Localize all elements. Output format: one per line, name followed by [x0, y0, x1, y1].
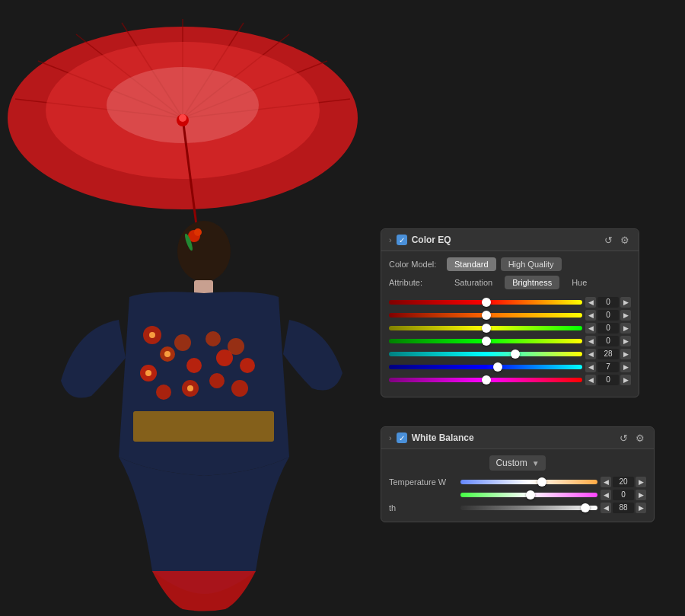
color-model-label: Color Model:: [389, 260, 442, 269]
color-eq-panel: › ✓ Color EQ ↺ ⚙ Color Model: Standard H…: [381, 228, 639, 397]
attr-hue-btn[interactable]: Hue: [564, 276, 594, 289]
wb-temp-row: Temperature W ◀ 20 ▶: [389, 477, 646, 487]
val-temp: 20: [613, 477, 634, 487]
wb-preset-label: Custom: [495, 458, 527, 468]
wb-header: › ✓ White Balance ↺ ⚙: [381, 427, 654, 449]
dropdown-arrow-icon: ▼: [532, 459, 540, 468]
svg-point-33: [231, 380, 248, 397]
svg-point-24: [156, 385, 171, 400]
slider-track-red[interactable]: [389, 297, 582, 308]
val-wb3: 88: [613, 503, 634, 513]
svg-point-26: [186, 358, 202, 373]
color-model-standard-btn[interactable]: Standard: [447, 257, 496, 271]
value-control-magenta: ◀ 0 ▶: [585, 375, 631, 385]
val-incr-red[interactable]: ▶: [620, 297, 631, 308]
val-decr-orange[interactable]: ◀: [585, 310, 596, 321]
wb-tint-value: ◀ 0 ▶: [601, 490, 646, 500]
wb-settings-btn[interactable]: ⚙: [634, 432, 646, 444]
slider-track-blue[interactable]: [389, 362, 582, 372]
wb-tint-track[interactable]: [460, 490, 597, 500]
slider-row-blue: ◀ 7 ▶: [389, 362, 631, 372]
svg-point-16: [177, 221, 231, 282]
val-tint: 0: [613, 490, 634, 500]
color-eq-title: Color EQ: [412, 235, 597, 245]
svg-point-37: [187, 385, 193, 391]
color-sliders-area: ◀ 0 ▶ ◀ 0 ▶: [389, 294, 631, 391]
value-control-blue: ◀ 7 ▶: [585, 362, 631, 372]
attribute-row: Attribute: Saturation Brightness Hue: [389, 276, 631, 289]
slider-track-green[interactable]: [389, 336, 582, 346]
val-blue: 7: [597, 362, 619, 372]
wb-title: White Balance: [412, 432, 613, 443]
color-model-hq-btn[interactable]: High Quality: [501, 257, 562, 271]
val-decr-green[interactable]: ◀: [585, 336, 596, 346]
color-eq-content: Color Model: Standard High Quality Attri…: [381, 251, 639, 397]
svg-point-36: [145, 370, 151, 376]
wb-third-label: th: [389, 503, 457, 512]
svg-rect-38: [133, 411, 274, 442]
svg-point-15: [179, 114, 186, 122]
val-decr-temp[interactable]: ◀: [601, 477, 611, 487]
val-decr-cyan[interactable]: ◀: [585, 349, 596, 359]
val-red: 0: [597, 297, 619, 308]
svg-point-35: [164, 351, 170, 357]
val-green: 0: [597, 336, 619, 346]
val-incr-yellow[interactable]: ▶: [620, 323, 631, 334]
val-incr-magenta[interactable]: ▶: [620, 375, 631, 385]
attr-saturation-btn[interactable]: Saturation: [447, 276, 500, 289]
svg-point-34: [149, 332, 155, 338]
val-decr-red[interactable]: ◀: [585, 297, 596, 308]
svg-point-32: [240, 358, 255, 373]
slider-track-orange[interactable]: [389, 310, 582, 321]
wb-content: Custom ▼ Temperature W ◀ 20 ▶: [381, 449, 654, 522]
val-incr-wb3[interactable]: ▶: [636, 503, 646, 513]
value-control-yellow: ◀ 0 ▶: [585, 323, 631, 334]
value-control-orange: ◀ 0 ▶: [585, 310, 631, 321]
slider-track-cyan[interactable]: [389, 349, 582, 359]
val-incr-temp[interactable]: ▶: [636, 477, 646, 487]
attribute-label: Attribute:: [389, 278, 442, 287]
value-control-red: ◀ 0 ▶: [585, 297, 631, 308]
svg-point-18: [194, 228, 202, 236]
wb-expand-icon[interactable]: ›: [389, 433, 392, 442]
val-incr-blue[interactable]: ▶: [620, 362, 631, 372]
wb-preset-dropdown[interactable]: Custom ▼: [489, 455, 545, 471]
wb-checkbox[interactable]: ✓: [397, 432, 407, 443]
val-decr-yellow[interactable]: ◀: [585, 323, 596, 334]
val-cyan: 28: [597, 349, 619, 359]
expand-icon[interactable]: ›: [389, 235, 392, 244]
val-decr-blue[interactable]: ◀: [585, 362, 596, 372]
wb-third-track[interactable]: [460, 503, 597, 513]
val-decr-tint[interactable]: ◀: [601, 490, 611, 500]
val-incr-orange[interactable]: ▶: [620, 310, 631, 321]
slider-track-yellow[interactable]: [389, 323, 582, 334]
val-decr-magenta[interactable]: ◀: [585, 375, 596, 385]
val-incr-green[interactable]: ▶: [620, 336, 631, 346]
wb-preset-row: Custom ▼: [389, 455, 646, 471]
slider-row-green: ◀ 0 ▶: [389, 336, 631, 346]
wb-refresh-btn[interactable]: ↺: [617, 432, 629, 444]
val-incr-cyan[interactable]: ▶: [620, 349, 631, 359]
slider-track-magenta[interactable]: [389, 375, 582, 385]
color-eq-checkbox[interactable]: ✓: [397, 235, 407, 245]
slider-row-magenta: ◀ 0 ▶: [389, 375, 631, 385]
slider-row-orange: ◀ 0 ▶: [389, 310, 631, 321]
val-incr-tint[interactable]: ▶: [636, 490, 646, 500]
value-control-cyan: ◀ 28 ▶: [585, 349, 631, 359]
wb-tint-row: ◀ 0 ▶: [389, 490, 646, 500]
slider-row-yellow: ◀ 0 ▶: [389, 323, 631, 334]
slider-row-cyan: ◀ 28 ▶: [389, 349, 631, 359]
wb-temp-label: Temperature W: [389, 477, 457, 487]
val-decr-wb3[interactable]: ◀: [601, 503, 611, 513]
svg-point-12: [107, 67, 259, 143]
color-model-row: Color Model: Standard High Quality: [389, 257, 631, 271]
value-control-green: ◀ 0 ▶: [585, 336, 631, 346]
svg-point-30: [209, 373, 225, 388]
attr-brightness-btn[interactable]: Brightness: [505, 276, 559, 289]
color-eq-refresh-btn[interactable]: ↺: [602, 234, 614, 246]
color-eq-settings-btn[interactable]: ⚙: [619, 234, 631, 246]
wb-third-value: ◀ 88 ▶: [601, 503, 646, 513]
color-eq-header: › ✓ Color EQ ↺ ⚙: [381, 229, 639, 251]
wb-temp-track[interactable]: [460, 477, 597, 487]
wb-temp-value: ◀ 20 ▶: [601, 477, 646, 487]
